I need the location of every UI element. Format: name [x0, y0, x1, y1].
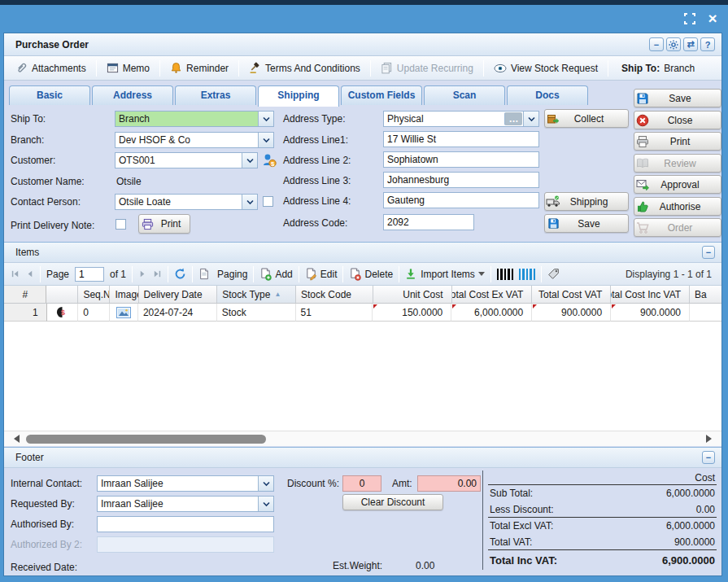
delete-item-button[interactable]: Delete [349, 268, 393, 281]
table-row[interactable]: 1 $ 0 2024-07-24 Stock 51 150.0000 6,000… [4, 304, 721, 322]
separator [159, 60, 160, 77]
chevron-down-icon[interactable] [258, 133, 273, 147]
contact-person-checkbox[interactable] [263, 196, 273, 207]
terms-and-conditions-button[interactable]: Terms And Conditions [246, 60, 364, 76]
tab-docs[interactable]: Docs [507, 85, 588, 105]
update-recurring-button[interactable]: Update Recurring [377, 60, 477, 76]
settings-button[interactable] [666, 37, 681, 51]
page-input[interactable] [75, 267, 104, 282]
address-line2-input[interactable] [383, 151, 539, 168]
shopping-cart-icon [634, 221, 651, 234]
tab-custom-fields[interactable]: Custom Fields [341, 85, 422, 105]
contact-person-select[interactable]: Otsile Loate [115, 194, 258, 210]
refresh-grid-button[interactable] [174, 268, 186, 280]
address-line1-input[interactable] [383, 131, 539, 147]
last-page-button[interactable] [153, 269, 162, 278]
view-stock-request-button[interactable]: View Stock Request [490, 61, 601, 76]
minimize-panel-button[interactable]: − [649, 37, 664, 51]
address-line3-input[interactable] [383, 172, 539, 188]
order-button[interactable]: Order [634, 218, 721, 237]
column-header-total-vat[interactable]: Total Cost VAT [532, 286, 611, 303]
discount-percent-input[interactable] [342, 475, 381, 492]
tab-shipping[interactable]: Shipping [258, 85, 339, 107]
print-delivery-button[interactable]: Print [138, 214, 190, 234]
gear-icon [669, 40, 678, 50]
tab-extras[interactable]: Extras [175, 85, 256, 105]
authorised-by-input[interactable] [97, 516, 274, 532]
authorise-button[interactable]: Authorise [634, 197, 721, 216]
ship-to-select[interactable]: Branch [115, 111, 274, 127]
customer-field-label: Customer: [11, 155, 55, 166]
internal-contact-select[interactable]: Imraan Salijee [97, 475, 274, 492]
chevron-down-icon[interactable] [242, 153, 257, 168]
restore-window-icon[interactable] [682, 11, 697, 26]
tag-button[interactable] [547, 268, 560, 280]
barcode-icon[interactable] [497, 269, 513, 280]
scroll-left-icon[interactable] [14, 435, 20, 443]
column-header-delivery-date[interactable]: Delivery Date [139, 286, 218, 303]
totals-column-header: Cost [488, 470, 717, 485]
close-button[interactable]: Close [634, 111, 721, 129]
address-code-input[interactable] [383, 214, 474, 230]
column-header-number[interactable]: # [4, 286, 46, 303]
address-line4-input[interactable] [383, 192, 539, 208]
shipping-button[interactable]: Shipping [544, 192, 629, 211]
customer-select[interactable]: OTS001 [115, 152, 258, 168]
review-button[interactable]: Review [634, 154, 721, 173]
column-header-seqno[interactable]: Seq.No [78, 286, 110, 303]
customer-account-button[interactable]: $ [262, 152, 277, 168]
authorized-by2-input [97, 536, 274, 553]
ellipsis-button[interactable]: … [504, 112, 522, 125]
refresh-panel-button[interactable]: ⇄ [683, 37, 698, 51]
truck-icon [545, 195, 561, 208]
items-section-title: Items [11, 247, 39, 258]
help-button[interactable]: ? [700, 37, 715, 51]
internal-contact-label: Internal Contact: [11, 478, 82, 489]
discount-amount-input[interactable] [417, 475, 481, 492]
column-header-total-ex-vat[interactable]: Total Cost Ex VAT [452, 286, 533, 303]
paging-button[interactable]: Paging [198, 268, 247, 280]
print-button[interactable]: Print [634, 132, 721, 151]
tab-scan[interactable]: Scan [424, 85, 505, 105]
scrollbar-thumb[interactable] [26, 435, 266, 444]
chevron-down-icon[interactable] [258, 112, 273, 126]
column-header-flag[interactable] [46, 286, 78, 303]
column-header-unit-cost[interactable]: Unit Cost [373, 286, 452, 303]
attachments-button[interactable]: Attachments [12, 60, 89, 76]
add-item-button[interactable]: Add [259, 268, 292, 281]
memo-button[interactable]: Memo [103, 60, 153, 76]
footer-section-title: Footer [11, 452, 44, 463]
chevron-down-icon[interactable] [258, 476, 273, 491]
prev-page-button[interactable] [25, 269, 34, 278]
scroll-right-icon[interactable] [706, 435, 712, 443]
chevron-down-icon[interactable] [258, 497, 273, 511]
edit-item-button[interactable]: Edit [305, 268, 338, 281]
collapse-items-button[interactable]: − [702, 246, 715, 259]
column-header-image[interactable]: Image [110, 286, 138, 303]
save-button[interactable]: Save [634, 89, 721, 107]
tab-basic[interactable]: Basic [9, 85, 90, 105]
print-delivery-note-checkbox[interactable] [116, 219, 126, 230]
reminder-button[interactable]: Reminder [167, 60, 232, 76]
chevron-down-icon[interactable] [242, 195, 257, 209]
barcode-blue-icon[interactable] [519, 269, 535, 280]
collapse-footer-button[interactable]: − [702, 451, 715, 464]
address-type-select[interactable]: Physical … [383, 111, 539, 127]
ship-to-label: Ship To: [621, 63, 660, 74]
close-window-icon[interactable]: × [705, 11, 720, 26]
import-items-button[interactable]: Import Items [405, 268, 485, 280]
requested-by-select[interactable]: Imraan Salijee [97, 496, 274, 512]
chevron-down-icon[interactable] [523, 112, 538, 126]
tab-address[interactable]: Address [92, 85, 173, 105]
column-header-stock-code[interactable]: Stock Code [296, 286, 373, 303]
next-page-button[interactable] [138, 269, 147, 278]
first-page-button[interactable] [11, 269, 20, 278]
column-header-total-inc-vat[interactable]: Total Cost Inc VAT [611, 286, 690, 303]
column-header-stock-type[interactable]: Stock Type ▲ [217, 286, 296, 303]
branch-select[interactable]: Dev HSOF & Co [115, 132, 274, 148]
clear-discount-button[interactable]: Clear Discount [342, 494, 443, 510]
column-header-barcode[interactable]: Ba [690, 286, 721, 303]
approval-button[interactable]: Approval [634, 175, 721, 194]
collect-button[interactable]: Collect [544, 109, 629, 128]
save-address-button[interactable]: Save [544, 214, 629, 233]
